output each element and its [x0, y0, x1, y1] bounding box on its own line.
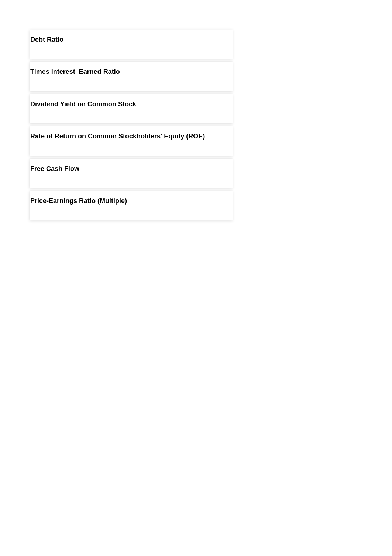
card-list: Debt Ratio Times Interest–Earned Ratio D…	[30, 30, 233, 220]
card-title: Price-Earnings Ratio (Multiple)	[30, 197, 233, 205]
card-title: Dividend Yield on Common Stock	[30, 100, 233, 109]
card-title: Free Cash Flow	[30, 165, 233, 173]
card-free-cash-flow[interactable]: Free Cash Flow	[30, 159, 233, 188]
card-title: Debt Ratio	[30, 35, 233, 44]
card-dividend-yield[interactable]: Dividend Yield on Common Stock	[30, 94, 233, 123]
card-times-interest-earned-ratio[interactable]: Times Interest–Earned Ratio	[30, 62, 233, 91]
card-title: Rate of Return on Common Stockholders' E…	[30, 132, 233, 141]
card-roe[interactable]: Rate of Return on Common Stockholders' E…	[30, 126, 233, 155]
card-debt-ratio[interactable]: Debt Ratio	[30, 30, 233, 59]
card-price-earnings-ratio[interactable]: Price-Earnings Ratio (Multiple)	[30, 191, 233, 220]
card-title: Times Interest–Earned Ratio	[30, 68, 233, 76]
